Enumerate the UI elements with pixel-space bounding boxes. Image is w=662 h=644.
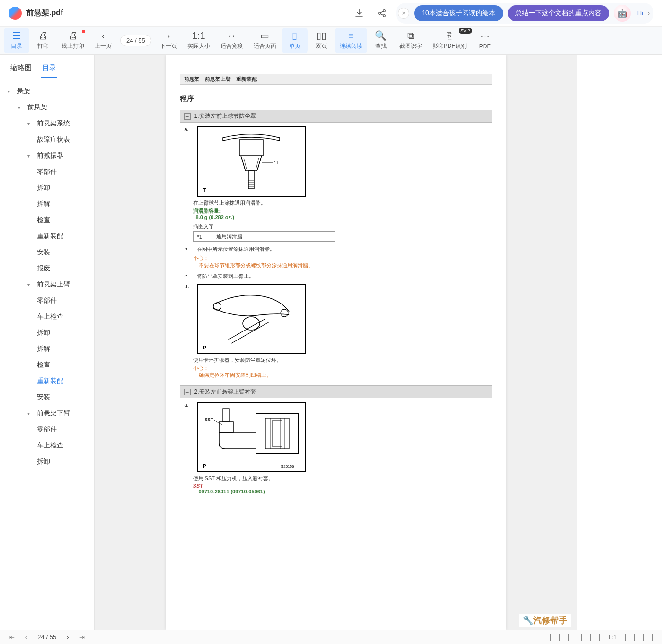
scan-pdf-ocr-button[interactable]: SVIP⎘影印PDF识别: [428, 28, 471, 53]
toc-item[interactable]: 车上检查: [0, 309, 94, 325]
right-panel: [577, 55, 662, 630]
toc-item[interactable]: 故障症状表: [0, 132, 94, 148]
bottom-first-page-button[interactable]: ⇤: [9, 634, 15, 641]
ai-hi-label: Hi: [637, 9, 643, 17]
toc-item[interactable]: ▾前减振器: [0, 148, 94, 164]
download-button[interactable]: [351, 5, 368, 22]
online-print-button[interactable]: 🖨线上打印: [57, 28, 89, 53]
view-double-icon[interactable]: [568, 634, 582, 641]
toc-item[interactable]: 车上检查: [0, 438, 94, 454]
figure-caption-label: 插图文字: [193, 223, 492, 230]
view-single-icon[interactable]: [550, 634, 560, 641]
step-1a-note: 在上臂球节上涂抹通用润滑脂。: [193, 199, 492, 206]
toc-item[interactable]: 检查: [0, 357, 94, 373]
toc-item[interactable]: 拆解: [0, 196, 94, 212]
figure-legend-table: *1通用润滑脂: [193, 231, 335, 242]
svg-text:T: T: [203, 188, 206, 193]
zoom-ratio-button[interactable]: 1:1: [608, 634, 617, 641]
toc-item[interactable]: ▾前悬架下臂: [0, 405, 94, 421]
tab-thumbnails[interactable]: 缩略图: [9, 61, 33, 78]
svg-text:SST: SST: [205, 417, 213, 422]
svg-line-17: [213, 420, 222, 425]
svg-rect-3: [239, 140, 263, 156]
toc-item[interactable]: 零部件: [0, 293, 94, 309]
svg-text:G20156: G20156: [281, 465, 294, 469]
section-title: 程序: [180, 94, 492, 103]
grease-label: 润滑脂容量:: [193, 207, 492, 215]
bottom-page-indicator: 24 / 55: [37, 634, 56, 641]
svg-text:P: P: [203, 464, 206, 469]
step-1b-caution-label: 小心：: [193, 255, 492, 262]
svg-rect-11: [223, 409, 229, 422]
svg-point-7: [213, 303, 221, 310]
step-1b-caution: 不要在球节锥形部分或螺纹部分涂抹通用润滑脂。: [199, 262, 492, 269]
find-button[interactable]: 🔍查找: [368, 28, 394, 53]
toc-item[interactable]: 拆解: [0, 341, 94, 357]
toc-item[interactable]: 安装: [0, 244, 94, 260]
toc-item[interactable]: ▾前悬架: [0, 99, 94, 116]
ai-suggestion-2[interactable]: 总结一下这个文档的重点内容: [508, 5, 609, 21]
step-2-header: −2.安装左前悬架上臂衬套: [180, 385, 492, 398]
toc-item[interactable]: 拆卸: [0, 180, 94, 196]
svg-point-2: [383, 14, 385, 16]
step-1-header: −1.安装左前上球节防尘罩: [180, 110, 492, 123]
ai-suggestion-1[interactable]: 10本适合孩子阅读的绘本: [414, 5, 503, 21]
double-page-button[interactable]: ▯▯双页: [309, 28, 334, 53]
print-button[interactable]: 🖨打印: [30, 28, 56, 53]
fit-width-icon[interactable]: [625, 634, 635, 641]
actual-size-button[interactable]: 1:1实际大小: [183, 28, 215, 53]
page-indicator[interactable]: 24 / 55: [120, 35, 151, 46]
fit-width-button[interactable]: ↔适合宽度: [216, 28, 248, 53]
toc-item[interactable]: 检查: [0, 212, 94, 228]
figure-1a: *1 T: [197, 126, 306, 197]
prev-page-button[interactable]: ‹上一页: [90, 28, 116, 53]
single-page-button[interactable]: ▯单页: [282, 28, 308, 53]
step-2a-note: 使用 SST 和压力机，压入新衬套。: [193, 475, 492, 482]
step-1d-caution-label: 小心：: [193, 365, 492, 372]
toc-item[interactable]: ▾前悬架系统: [0, 116, 94, 132]
share-button[interactable]: [373, 5, 390, 22]
toc-button[interactable]: ☰目录: [4, 28, 29, 53]
figure-2a: SST P G20156: [197, 402, 306, 472]
screenshot-ocr-button[interactable]: ⧉截图识字: [395, 28, 427, 53]
breadcrumb: 前悬架 前悬架上臂 重新装配: [180, 74, 492, 85]
ai-avatar-icon[interactable]: 🤖: [614, 5, 631, 22]
toc-item[interactable]: 零部件: [0, 164, 94, 180]
toc-item[interactable]: ▾前悬架上臂: [0, 277, 94, 293]
bottom-last-page-button[interactable]: ⇥: [79, 634, 85, 641]
toc-item[interactable]: 零部件: [0, 421, 94, 438]
pdf-more-button[interactable]: ⋯PDF: [472, 29, 498, 53]
bottom-next-page-button[interactable]: ›: [67, 634, 69, 641]
tab-toc[interactable]: 目录: [41, 61, 57, 78]
watermark: 🔧汽修帮手: [519, 614, 571, 627]
step-1c-label: c.: [185, 273, 191, 278]
toc-item[interactable]: 报废: [0, 260, 94, 277]
continuous-read-button[interactable]: ≡连续阅读: [335, 28, 367, 53]
bottom-prev-page-button[interactable]: ‹: [25, 634, 27, 641]
svg-text:*1: *1: [274, 160, 279, 165]
toc-item[interactable]: 重新装配: [0, 373, 94, 389]
toc-item[interactable]: 拆卸: [0, 325, 94, 341]
svg-rect-13: [256, 413, 299, 454]
step-1d-caution: 确保定位环牢固安装到凹槽上。: [199, 372, 492, 379]
next-page-button[interactable]: ›下一页: [155, 28, 182, 53]
step-1b-note: 在图中所示位置涂抹通用润滑脂。: [197, 246, 275, 253]
svg-text:P: P: [203, 345, 206, 350]
svg-point-0: [379, 12, 380, 14]
sst-label: SST: [193, 483, 492, 489]
view-continuous-icon[interactable]: [590, 634, 600, 641]
step-1a-label: a.: [185, 126, 191, 132]
toc-item[interactable]: 安装: [0, 389, 94, 405]
toc-item[interactable]: 拆卸: [0, 454, 94, 470]
ai-close-button[interactable]: ×: [398, 8, 409, 19]
step-2a-label: a.: [185, 402, 191, 408]
app-logo: [9, 7, 22, 20]
toc-item[interactable]: 重新装配: [0, 228, 94, 244]
svg-point-8: [281, 309, 288, 317]
fit-page-icon[interactable]: [643, 634, 653, 641]
svg-point-1: [383, 9, 385, 11]
fit-page-button[interactable]: ▭适合页面: [249, 28, 281, 53]
figure-1d: P: [197, 284, 306, 354]
toc-item[interactable]: ▾悬架: [0, 83, 94, 99]
chevron-right-icon[interactable]: ›: [648, 10, 650, 17]
